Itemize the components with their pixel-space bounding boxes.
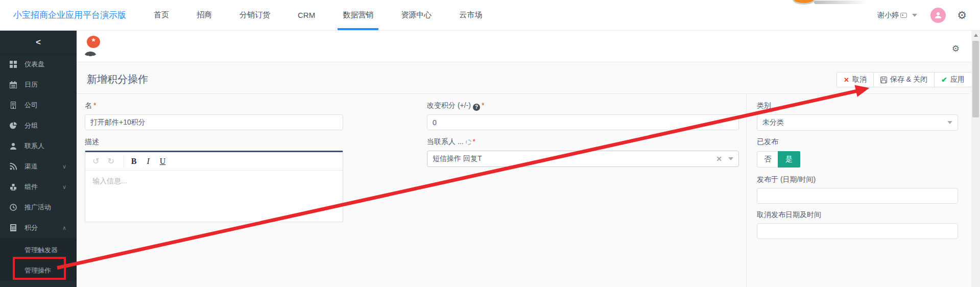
module-strip: * ⚙: [77, 31, 980, 62]
published-label: 已发布: [757, 137, 778, 147]
when-contact-label: 当联系人 ...*: [427, 137, 475, 147]
vertical-scrollbar[interactable]: [971, 31, 980, 287]
megaphone-icon: [84, 49, 97, 56]
dashboard-icon: [9, 60, 17, 68]
top-navbar: 小宝招商企业应用平台演示版 首页 招商 分销订货 CRM 数据营销 资源中心 云…: [0, 0, 980, 31]
scrollbar-thumb[interactable]: [972, 41, 979, 117]
sidebar-item-channels[interactable]: 渠道 ∨: [0, 156, 77, 177]
avatar[interactable]: [930, 8, 946, 23]
redo-icon[interactable]: ↻: [107, 156, 114, 166]
undo-icon[interactable]: ↺: [92, 156, 99, 166]
sidebar-item-label: 推广活动: [25, 203, 77, 212]
dropdown-caret-icon: [947, 121, 952, 124]
publish-at-label: 发布于 (日期/时间): [757, 175, 816, 184]
published-yes-button[interactable]: 是: [778, 151, 800, 168]
user-card-icon: [900, 13, 907, 18]
nav-item-distribution[interactable]: 分销订货: [236, 0, 273, 30]
editor-toolbar: ↺ ↻ B I U: [85, 152, 343, 171]
nav-item-home[interactable]: 首页: [151, 0, 172, 30]
chevron-down-icon: [912, 14, 917, 17]
settings-gear-icon[interactable]: ⚙: [957, 10, 967, 20]
apply-button[interactable]: ✔ 应用: [935, 72, 972, 87]
publish-at-input[interactable]: [757, 188, 958, 204]
column-divider: [746, 93, 747, 287]
when-contact-select[interactable]: 短信操作 回复T ✕: [427, 151, 739, 167]
app-screen: 小宝招商企业应用平台演示版 首页 招商 分销订货 CRM 数据营销 资源中心 云…: [0, 0, 980, 287]
sidebar-item-label: 组件: [25, 182, 62, 192]
cancel-button[interactable]: ✕ 取消: [836, 72, 874, 87]
clear-icon[interactable]: ✕: [716, 155, 722, 163]
user-name: 谢小婷: [877, 11, 899, 20]
sidebar-item-calendar[interactable]: 日历: [0, 75, 77, 95]
main-nav: 首页 招商 分销订货 CRM 数据营销 资源中心 云市场: [151, 0, 507, 30]
italic-button[interactable]: I: [147, 157, 149, 166]
main-content: * ⚙ 新增积分操作 ✕ 取消 保存 & 关闭 ✔ 应用: [77, 31, 980, 287]
category-select[interactable]: 未分类: [757, 114, 958, 131]
chevron-down-icon: ∨: [62, 163, 66, 170]
clock-icon: [9, 203, 17, 211]
sidebar-item-label: 公司: [25, 101, 77, 110]
when-contact-value: 短信操作 回复T: [433, 154, 482, 163]
points-submenu: 管理触发器 管理操作: [0, 238, 77, 281]
sidebar-collapse-button[interactable]: <: [0, 31, 77, 54]
nav-item-resource-center[interactable]: 资源中心: [398, 0, 435, 30]
nav-item-cloud-market[interactable]: 云市场: [456, 0, 485, 30]
sidebar-item-label: 渠道: [25, 162, 62, 171]
marker-shadow: [814, 1, 867, 4]
description-textarea[interactable]: 输入信息...: [85, 171, 343, 192]
check-icon: ✔: [941, 76, 947, 84]
unpublish-at-label: 取消发布日期及时间: [757, 210, 821, 220]
sidebar-item-contacts[interactable]: 联系人: [0, 136, 77, 156]
underline-button[interactable]: U: [160, 157, 166, 166]
panel-gear-icon[interactable]: ⚙: [952, 43, 960, 54]
header-divider: [77, 93, 969, 94]
published-no-button[interactable]: 否: [757, 151, 778, 168]
category-label: 类别: [757, 101, 771, 110]
description-editor: ↺ ↻ B I U 输入信息...: [85, 151, 343, 222]
sidebar-item-company[interactable]: 公司: [0, 95, 77, 115]
required-asterisk: *: [473, 137, 475, 146]
sidebar-item-campaigns[interactable]: 推广活动: [0, 197, 77, 218]
x-icon: ✕: [844, 76, 849, 84]
submenu-item-manage-actions[interactable]: 管理操作: [0, 260, 77, 281]
nav-item-data-marketing[interactable]: 数据营销: [340, 0, 376, 30]
unpublish-at-input[interactable]: [757, 223, 958, 239]
points-change-input[interactable]: [427, 114, 739, 130]
sidebar-item-components[interactable]: 组件 ∨: [0, 177, 77, 197]
floppy-icon: [880, 77, 887, 83]
description-field-label: 描述: [85, 137, 99, 147]
pie-chart-icon: [9, 122, 17, 130]
app-logo[interactable]: 小宝招商企业应用平台演示版: [13, 9, 126, 21]
sidebar-item-label: 联系人: [25, 141, 77, 151]
points-change-label: 改变积分 (+/-)?*: [427, 101, 484, 111]
form-action-buttons: ✕ 取消 保存 & 关闭 ✔ 应用: [836, 72, 972, 87]
name-input[interactable]: [85, 114, 343, 130]
rss-icon: [9, 162, 17, 171]
building-icon: [9, 101, 17, 109]
required-asterisk: *: [93, 101, 96, 109]
sidebar-item-label: 仪表盘: [25, 60, 77, 69]
help-icon[interactable]: ?: [473, 104, 480, 111]
sidebar-item-points[interactable]: 积分 ∧: [0, 218, 77, 238]
cancel-label: 取消: [852, 75, 867, 84]
toolbar-separator: [124, 155, 124, 168]
sidebar-item-groups[interactable]: 分组: [0, 115, 77, 136]
sidebar-item-label: 分组: [25, 121, 77, 130]
name-field-label: 名*: [85, 101, 96, 110]
user-menu[interactable]: 谢小婷: [877, 11, 917, 20]
scroll-up-arrow-icon[interactable]: [971, 31, 980, 39]
save-close-label: 保存 & 关闭: [890, 75, 927, 84]
sidebar-item-label: 积分: [25, 223, 62, 232]
calendar-icon: [9, 81, 17, 89]
nav-item-investment[interactable]: 招商: [194, 0, 215, 30]
save-close-button[interactable]: 保存 & 关闭: [874, 72, 935, 87]
sidebar-item-dashboard[interactable]: 仪表盘: [0, 54, 77, 75]
chevron-up-icon: ∧: [62, 225, 66, 231]
nav-item-crm[interactable]: CRM: [295, 0, 318, 30]
user-icon: [9, 142, 17, 150]
submenu-item-manage-triggers[interactable]: 管理触发器: [0, 240, 77, 260]
component-icon: [9, 183, 17, 191]
category-value: 未分类: [762, 118, 784, 127]
bold-button[interactable]: B: [131, 157, 137, 166]
required-asterisk: *: [482, 101, 484, 109]
